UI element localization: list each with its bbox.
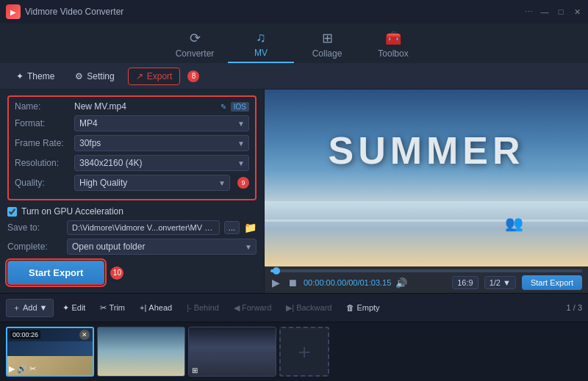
zoom-button[interactable]: 1/2 ▼ — [484, 276, 516, 289]
plus-icon: ＋ — [12, 302, 21, 313]
timeline-toolbar: ＋ Add ▼ ✦ Edit ✂ Trim +| Ahead |- Behind… — [0, 293, 588, 322]
preview-start-export-button[interactable]: Start Export — [522, 275, 582, 290]
settings-icon[interactable]: ⋯ — [523, 7, 534, 17]
film-item-3[interactable]: ⊞ — [188, 327, 276, 377]
stop-button[interactable]: ⏹ — [286, 275, 299, 290]
wave-line — [265, 219, 588, 222]
framerate-select-wrapper: 30fps 24fps 60fps ▼ — [74, 135, 249, 151]
export-settings-box: Name: New MV.mp4 ✎ IOS Format: MP4 MOV A… — [7, 95, 257, 200]
folder-icon[interactable]: 📁 — [244, 222, 257, 233]
film-vol-icon[interactable]: 🔊 — [17, 364, 27, 374]
left-panel: Name: New MV.mp4 ✎ IOS Format: MP4 MOV A… — [0, 90, 265, 293]
titlebar-controls: ⋯ — □ ✕ — [523, 7, 582, 17]
tab-mv[interactable]: ♫ MV — [228, 26, 294, 63]
video-controls: ▶ ⏹ 00:00:00.00/00/01:03.15 🔊 16:9 1/2 ▼… — [265, 266, 588, 293]
resolution-row: Resolution: 3840x2160 (4K) 1920x1080 (10… — [15, 155, 249, 171]
trim-button[interactable]: ✂ Trim — [94, 300, 131, 316]
progress-bar[interactable] — [270, 269, 582, 272]
minimize-button[interactable]: — — [539, 7, 550, 17]
nav-bar: ⟳ Converter ♫ MV ⊞ Collage 🧰 Toolbox — [0, 23, 588, 63]
close-button[interactable]: ✕ — [572, 7, 582, 17]
forward-icon: ◀ — [234, 303, 240, 313]
gpu-label: Turn on GPU Acceleration — [21, 206, 123, 217]
toolbox-icon: 🧰 — [385, 30, 401, 46]
framerate-label: Frame Rate: — [15, 138, 70, 148]
complete-select[interactable]: Open output folder — [67, 239, 257, 255]
format-label: Format: — [15, 118, 70, 128]
save-dots-button[interactable]: ... — [224, 221, 240, 234]
quality-badge: 9 — [237, 177, 249, 189]
forward-button[interactable]: ◀ Forward — [228, 300, 277, 316]
quality-select[interactable]: High Quality Standard Quality — [74, 175, 230, 191]
start-export-area: Start Export 10 — [7, 261, 257, 285]
format-select-wrapper: MP4 MOV AVI ▼ — [74, 115, 249, 131]
framerate-row: Frame Rate: 30fps 24fps 60fps ▼ — [15, 135, 249, 151]
titlebar: ▶ Vidmore Video Converter ⋯ — □ ✕ — [0, 0, 588, 23]
film-play-icon[interactable]: ▶ — [9, 364, 15, 374]
titlebar-left: ▶ Vidmore Video Converter — [6, 4, 123, 19]
behind-button[interactable]: |- Behind — [181, 300, 225, 315]
main-content: Name: New MV.mp4 ✎ IOS Format: MP4 MOV A… — [0, 90, 588, 293]
framerate-select[interactable]: 30fps 24fps 60fps — [74, 135, 249, 151]
gear-icon: ⚙ — [75, 71, 83, 81]
export-button[interactable]: ↗ Export — [128, 68, 181, 85]
tab-toolbox-label: Toolbox — [378, 48, 408, 59]
tab-mv-label: MV — [254, 48, 268, 58]
format-select[interactable]: MP4 MOV AVI — [74, 115, 249, 131]
collage-icon: ⊞ — [322, 30, 333, 46]
film-item-2[interactable] — [97, 327, 185, 377]
film-item-1[interactable]: 00:00:26 ✕ ▶ 🔊 ✂ — [6, 327, 94, 377]
start-export-badge: 10 — [110, 266, 123, 280]
export-label: Export — [147, 71, 173, 81]
play-button[interactable]: ▶ — [270, 275, 282, 290]
name-tag[interactable]: IOS — [231, 102, 249, 112]
theme-button[interactable]: ✦ Theme — [9, 68, 62, 84]
converter-icon: ⟳ — [190, 30, 201, 46]
volume-icon[interactable]: 🔊 — [395, 277, 407, 289]
edit-label: Edit — [71, 303, 85, 312]
trim-label: Trim — [109, 303, 125, 312]
aspect-ratio-button[interactable]: 16:9 — [452, 276, 478, 289]
forward-label: Forward — [242, 303, 271, 312]
gpu-checkbox[interactable] — [7, 207, 17, 217]
export-badge: 8 — [187, 70, 199, 82]
start-export-button[interactable]: Start Export — [7, 261, 104, 285]
film-cut-icon[interactable]: ✂ — [29, 364, 36, 374]
mv-icon: ♫ — [256, 30, 266, 46]
film-close-1[interactable]: ✕ — [79, 330, 90, 340]
film-controls-1: ▶ 🔊 ✂ — [9, 364, 36, 374]
empty-button[interactable]: 🗑 Empty — [340, 300, 385, 315]
backward-icon: ▶| — [286, 303, 294, 313]
tab-converter-label: Converter — [176, 48, 215, 59]
tab-converter[interactable]: ⟳ Converter — [162, 26, 228, 63]
zoom-value: 1/2 — [490, 278, 501, 287]
resolution-select[interactable]: 3840x2160 (4K) 1920x1080 (1080p) 1280x72… — [74, 155, 249, 171]
edit-button[interactable]: ✦ Edit — [57, 300, 91, 316]
film-add-button[interactable]: ＋ — [279, 327, 329, 377]
save-path: D:\Vidmore\Vidmore V...onverter\MV Expor… — [67, 220, 220, 235]
name-edit-icon[interactable]: ✎ — [220, 103, 226, 111]
film-overlay-1: 00:00:26 ✕ — [7, 328, 93, 341]
complete-row: Complete: Open output folder ▼ — [7, 239, 257, 255]
time-display: 00:00:00.00/00/01:03.15 — [304, 278, 391, 287]
tab-toolbox[interactable]: 🧰 Toolbox — [360, 26, 426, 63]
setting-label: Setting — [87, 71, 114, 81]
add-button[interactable]: ＋ Add ▼ — [6, 299, 54, 317]
tab-collage[interactable]: ⊞ Collage — [294, 26, 360, 63]
setting-button[interactable]: ⚙ Setting — [68, 68, 121, 84]
backward-button[interactable]: ▶| Backward — [280, 300, 337, 316]
scissors-icon: ✂ — [100, 303, 107, 313]
summer-text: SUMMER — [328, 128, 524, 173]
add-label: Add — [23, 303, 37, 312]
theme-label: Theme — [27, 71, 54, 81]
video-preview-panel: SUMMER 👥 ▶ ⏹ 00:00:00.00/00/01:03.15 🔊 — [265, 90, 588, 293]
beach-figures: 👥 — [505, 214, 523, 232]
behind-label: Behind — [194, 303, 219, 312]
ahead-label: Ahead — [148, 303, 172, 312]
theme-icon: ✦ — [16, 71, 24, 81]
ahead-button[interactable]: +| Ahead — [134, 300, 178, 315]
toolbar: ✦ Theme ⚙ Setting ↗ Export 8 — [0, 63, 588, 90]
maximize-button[interactable]: □ — [556, 7, 566, 17]
time-total: 00/01:03.15 — [348, 278, 391, 287]
controls-left: ▶ ⏹ 00:00:00.00/00/01:03.15 🔊 — [270, 275, 407, 290]
